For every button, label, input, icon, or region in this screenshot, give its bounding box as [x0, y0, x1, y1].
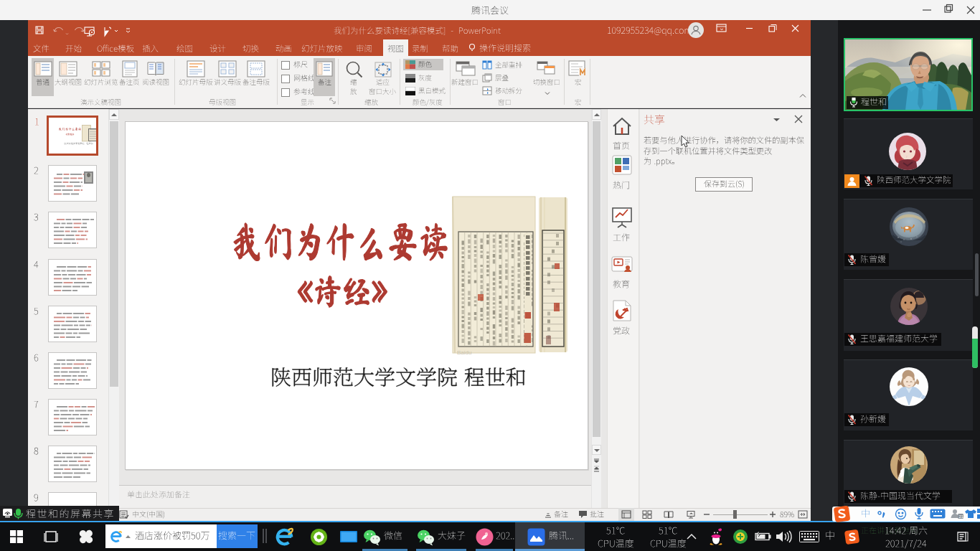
svg-text:21: 21	[959, 514, 964, 519]
svg-text:Baidu: Baidu	[457, 349, 471, 356]
